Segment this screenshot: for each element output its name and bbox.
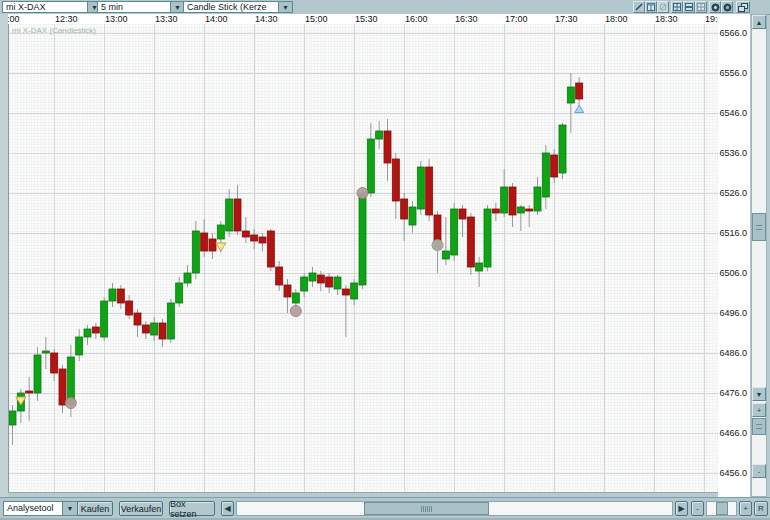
- scroll-left-button[interactable]: ◀: [221, 501, 234, 516]
- left-gutter: [0, 14, 8, 497]
- horizontal-scrollbar-track[interactable]: [236, 501, 673, 516]
- candle: [534, 187, 541, 211]
- chart-canvas[interactable]: [9, 24, 718, 492]
- candle: [226, 199, 233, 231]
- horizontal-zoom-slider-thumb[interactable]: [716, 502, 728, 515]
- candle: [176, 283, 183, 303]
- sell-button[interactable]: Verkaufen: [119, 501, 163, 516]
- draw-line-icon[interactable]: [633, 1, 645, 13]
- candle: [276, 267, 283, 285]
- candle: [167, 303, 174, 339]
- price-axis-label: 6486.0: [719, 348, 747, 358]
- snapshot-1-icon[interactable]: [709, 1, 721, 13]
- candle: [484, 209, 491, 267]
- candle: [42, 351, 49, 353]
- candle: [84, 329, 91, 337]
- grid-layout-dim-icon[interactable]: [695, 1, 707, 13]
- candle: [59, 369, 66, 405]
- price-axis-label: 6556.0: [719, 68, 747, 78]
- time-axis-label: 13:00: [105, 14, 128, 24]
- chart-title: mi X-DAX (Candlestick): [12, 26, 96, 35]
- price-axis-label: 6466.0: [719, 428, 747, 438]
- time-axis-label: 15:00: [305, 14, 328, 24]
- snapshot-2-icon[interactable]: [721, 1, 733, 13]
- vertical-scrollbar-thumb[interactable]: [752, 213, 766, 241]
- candlestick-chart[interactable]: mi X-DAX (Candlestick): [8, 24, 719, 493]
- buy-button[interactable]: Kaufen: [77, 501, 113, 516]
- time-axis-label: 18:00: [605, 14, 628, 24]
- price-axis-label: 6496.0: [719, 308, 747, 318]
- vertical-zoom-in-button[interactable]: +: [752, 403, 766, 417]
- bottom-toolbar: Analysetool ▼ Kaufen Verkaufen Box setze…: [0, 497, 770, 519]
- symbol-combobox-value[interactable]: mi X-DAX: [2, 1, 87, 13]
- candle: [76, 337, 83, 355]
- trade-marker-circle: [432, 240, 443, 251]
- analysis-tool-value[interactable]: Analysetool: [3, 501, 62, 516]
- candle: [201, 233, 208, 251]
- scroll-down-button[interactable]: ▼: [752, 387, 766, 401]
- set-box-button[interactable]: Box setzen: [169, 501, 215, 516]
- candle: [92, 327, 99, 333]
- split-rows-icon[interactable]: [683, 1, 695, 13]
- candle: [334, 277, 341, 289]
- candle: [251, 235, 258, 241]
- analysis-tool-combobox[interactable]: Analysetool ▼: [3, 501, 78, 516]
- horizontal-zoom-out-button[interactable]: -: [691, 501, 704, 516]
- candle: [451, 209, 458, 255]
- horizontal-scrollbar-thumb[interactable]: [364, 502, 489, 515]
- candle: [376, 131, 383, 139]
- reset-button[interactable]: R: [754, 501, 768, 516]
- price-axis-label: 6546.0: [719, 108, 747, 118]
- vertical-zoom-out-button[interactable]: -: [752, 464, 766, 478]
- cascade-windows-icon[interactable]: [736, 1, 750, 13]
- candle: [401, 199, 408, 219]
- symbol-combobox[interactable]: mi X-DAX ▼: [2, 1, 102, 13]
- chevron-down-icon[interactable]: ▼: [62, 501, 78, 516]
- trade-marker-triangle-down: [216, 243, 226, 251]
- chart-type-combobox-value[interactable]: Candle Stick (Kerze: [183, 1, 278, 13]
- candle: [34, 355, 41, 393]
- candle: [101, 301, 108, 337]
- interval-combobox-value[interactable]: 5 min: [97, 1, 170, 13]
- candle: [392, 159, 399, 201]
- candle: [134, 313, 141, 325]
- candle: [576, 83, 583, 99]
- price-axis-label: 6536.0: [719, 148, 747, 158]
- chevron-down-icon[interactable]: ▼: [278, 1, 293, 13]
- candle: [509, 187, 516, 215]
- interval-combobox[interactable]: 5 min ▼: [97, 1, 185, 13]
- price-axis-label: 6506.0: [719, 268, 747, 278]
- trading-app-window: mi X-DAX ▼ 5 min ▼ Candle Stick (Kerze ▼: [0, 0, 770, 520]
- candle: [117, 289, 124, 303]
- data-table-icon[interactable]: [645, 1, 657, 13]
- horizontal-zoom-in-button[interactable]: +: [739, 501, 752, 516]
- top-toolbar: mi X-DAX ▼ 5 min ▼ Candle Stick (Kerze ▼: [0, 0, 770, 15]
- vertical-scroll-rail[interactable]: ▲ ▼ + -: [751, 14, 767, 497]
- candle: [192, 231, 199, 273]
- candle: [309, 273, 316, 281]
- grid-layout-icon[interactable]: [671, 1, 683, 13]
- price-axis-label: 6476.0: [719, 388, 747, 398]
- candle: [267, 231, 274, 267]
- candle: [359, 193, 366, 285]
- scroll-up-button[interactable]: ▲: [752, 15, 766, 29]
- chart-type-combobox[interactable]: Candle Stick (Kerze ▼: [183, 1, 293, 13]
- scroll-right-button[interactable]: ▶: [675, 501, 688, 516]
- horizontal-zoom-slider-track[interactable]: [706, 501, 737, 516]
- candle: [26, 391, 33, 393]
- candle: [476, 263, 483, 271]
- price-axis-label: 6526.0: [719, 188, 747, 198]
- candle: [526, 209, 533, 211]
- candle: [409, 207, 416, 225]
- trade-marker-circle: [65, 398, 76, 409]
- candle: [209, 239, 216, 251]
- candle: [259, 237, 266, 243]
- candle: [384, 131, 391, 163]
- time-axis-label: 17:30: [555, 14, 578, 24]
- candle: [467, 217, 474, 267]
- price-axis-label: 6566.0: [719, 28, 747, 38]
- candle: [459, 209, 466, 219]
- candle: [234, 199, 241, 231]
- candle: [301, 277, 308, 291]
- vertical-zoom-slider-thumb[interactable]: [752, 418, 766, 435]
